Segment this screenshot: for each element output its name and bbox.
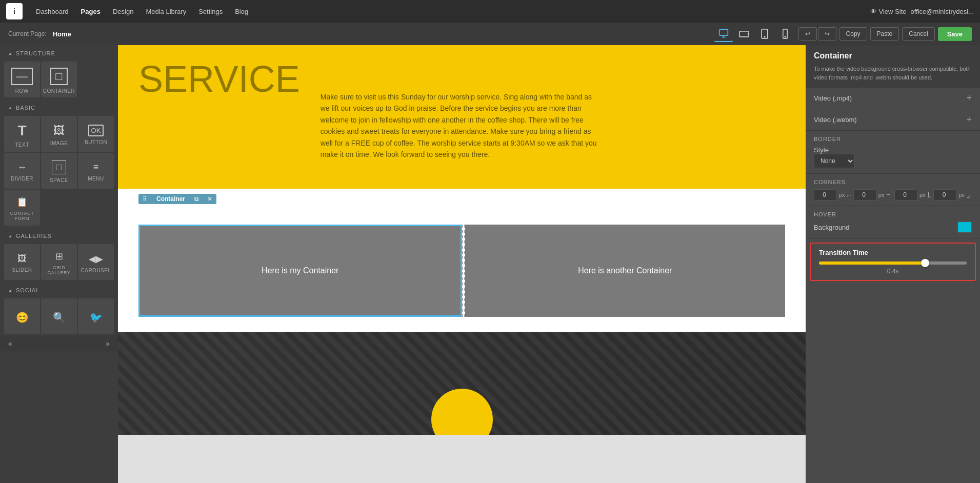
sidebar-next-arrow[interactable]: » — [106, 339, 110, 348]
video-mp4-section: Video (.mp4) + — [806, 88, 980, 109]
contact-form-icon: 📋 — [16, 196, 28, 208]
container-box-1[interactable]: Here is my Container — [138, 225, 462, 317]
drag-dots-icon: ⠿ — [143, 195, 147, 203]
widget-container[interactable]: □ CONTAINER — [41, 62, 77, 97]
container-toolbar-label: Container — [151, 194, 190, 204]
nav-media-library[interactable]: Media Library — [141, 6, 191, 17]
transition-slider-thumb[interactable] — [921, 259, 929, 267]
nav-blog[interactable]: Blog — [230, 6, 253, 17]
border-section: BORDER Style None Solid Dashed Dotted — [806, 131, 980, 174]
row-label: ROW — [15, 88, 29, 94]
widget-social-1[interactable]: 😊 — [4, 298, 40, 334]
corner-br-input[interactable] — [933, 189, 956, 200]
space-label: SPACE — [50, 177, 68, 183]
container-selection-toolbar: ⠿ Container ⧉ ✕ — [138, 194, 216, 204]
corner-tr-unit: px — [878, 192, 885, 198]
corner-tr-input[interactable] — [853, 189, 876, 200]
widget-menu[interactable]: ≡ MENU — [78, 153, 114, 189]
container-drag-handle[interactable]: ⠿ — [138, 194, 151, 204]
tablet-landscape-device-button[interactable] — [735, 26, 753, 42]
button-icon: OK — [88, 125, 104, 136]
corners-section: CORNERS px ⌐ px ¬ px L px ⌟ — [806, 174, 980, 206]
background-color-swatch[interactable] — [957, 222, 972, 233]
redo-button[interactable]: ↪ — [818, 27, 836, 41]
divider-icon: ↔ — [17, 162, 27, 173]
sidebar-nav-bottom: « » — [0, 336, 118, 351]
widget-space[interactable]: □ SPACE — [41, 153, 77, 189]
menu-label: MENU — [88, 176, 104, 182]
widget-button[interactable]: OK BUTTON — [78, 116, 114, 152]
corners-label: CORNERS — [814, 179, 972, 185]
text-icon: T — [17, 123, 26, 139]
container-box-1-text: Here is my Container — [262, 266, 338, 275]
social-icon-2: 🔍 — [53, 311, 66, 324]
widget-social-3[interactable]: 🐦 — [78, 298, 114, 334]
nav-design[interactable]: Design — [108, 6, 138, 17]
yellow-title: SERVICE — [138, 61, 300, 97]
view-site-button[interactable]: 👁 View Site — [870, 8, 907, 15]
corner-tl-unit: px — [839, 192, 845, 198]
svg-point-6 — [764, 36, 765, 37]
nav-dashboard[interactable]: Dashboard — [31, 6, 74, 17]
right-panel-description: To make the video background cross-brows… — [814, 65, 972, 82]
eye-icon: 👁 — [870, 8, 877, 15]
corner-bl-input[interactable] — [894, 189, 917, 200]
widget-social-2[interactable]: 🔍 — [41, 298, 77, 334]
video-webm-add-button[interactable]: + — [966, 114, 972, 125]
nav-pages[interactable]: Pages — [76, 6, 106, 17]
tablet-portrait-device-button[interactable] — [755, 26, 774, 42]
video-mp4-add-button[interactable]: + — [966, 93, 972, 104]
corner-bl-row: px L px ⌟ — [894, 189, 972, 200]
transition-slider-track[interactable] — [819, 261, 967, 265]
container-label: CONTAINER — [43, 88, 75, 94]
yellow-text: Make sure to visit us this Sunday for ou… — [321, 61, 603, 160]
divider-label: DIVIDER — [11, 176, 33, 182]
svg-rect-3 — [739, 31, 748, 37]
canvas-area: SERVICE Make sure to visit us this Sunda… — [118, 45, 806, 483]
right-panel-header: Container To make the video background c… — [806, 45, 980, 88]
corner-tr-icon: ¬ — [886, 191, 890, 199]
container-copy-button[interactable]: ⧉ — [190, 194, 203, 204]
corner-tl-icon: ⌐ — [847, 191, 851, 199]
border-style-select[interactable]: None Solid Dashed Dotted — [814, 154, 855, 168]
container-box-2[interactable]: Here is another Container — [465, 225, 786, 317]
widget-divider[interactable]: ↔ DIVIDER — [4, 153, 40, 189]
white-section[interactable]: ⠿ Container ⧉ ✕ Here is my Container Her… — [118, 189, 806, 332]
slider-label: SLIDER — [12, 267, 32, 273]
nav-settings[interactable]: Settings — [193, 6, 228, 17]
widget-slider[interactable]: 🖼 SLIDER — [4, 244, 40, 280]
video-webm-label: Video (.webm) — [814, 116, 857, 124]
undo-button[interactable]: ↩ — [798, 27, 817, 41]
widget-grid-gallery[interactable]: ⊞ GRID GALLERY — [41, 244, 77, 280]
widget-carousel[interactable]: ◀▶ CAROUSEL — [78, 244, 114, 280]
image-label: IMAGE — [50, 140, 68, 146]
cancel-button[interactable]: Cancel — [902, 27, 934, 41]
container-delete-button[interactable]: ✕ — [203, 194, 216, 204]
transition-section: Transition Time 0.4s — [810, 243, 976, 281]
corner-tl-input[interactable] — [814, 189, 837, 200]
grid-gallery-icon: ⊞ — [55, 251, 63, 262]
paste-button[interactable]: Paste — [870, 27, 899, 41]
galleries-widget-grid: 🖼 SLIDER ⊞ GRID GALLERY ◀▶ CAROUSEL — [0, 242, 118, 282]
widget-row[interactable]: — ROW — [4, 62, 40, 97]
right-panel-title: Container — [814, 51, 972, 61]
widget-contact-form[interactable]: 📋 CONTACT FORM — [4, 190, 40, 226]
video-mp4-label: Video (.mp4) — [814, 94, 852, 102]
containers-row: Here is my Container Here is another Con… — [138, 225, 785, 317]
widget-text[interactable]: T TEXT — [4, 116, 40, 152]
save-button[interactable]: Save — [938, 27, 972, 41]
desktop-device-button[interactable] — [714, 26, 733, 42]
text-label: TEXT — [15, 142, 29, 148]
grid-gallery-label: GRID GALLERY — [43, 265, 75, 275]
svg-point-8 — [785, 36, 786, 37]
style-field-label: Style — [814, 146, 829, 154]
current-page-label: Current Page: — [8, 30, 47, 37]
widget-image[interactable]: 🖼 IMAGE — [41, 116, 77, 152]
svg-point-4 — [748, 33, 749, 34]
corner-tl-row: px ⌐ px ¬ — [814, 189, 891, 200]
sidebar-prev-arrow[interactable]: « — [8, 339, 12, 348]
right-sidebar: Container To make the video background c… — [806, 45, 980, 483]
corner-br-unit: px — [958, 192, 965, 198]
mobile-device-button[interactable] — [776, 26, 794, 42]
copy-button[interactable]: Copy — [839, 27, 867, 41]
